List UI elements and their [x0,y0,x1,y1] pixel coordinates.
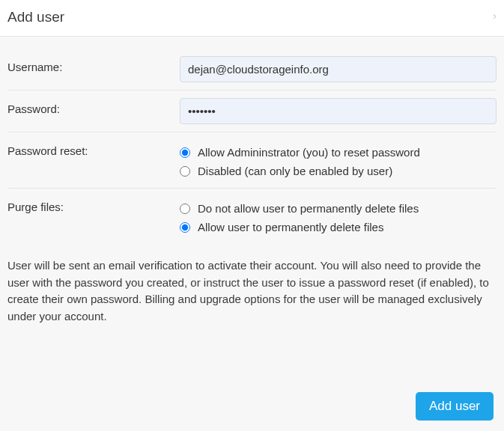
radio-input[interactable] [180,222,190,233]
radio-label: Do not allow user to permanently delete … [198,202,419,215]
chevron-right-icon[interactable]: › [493,10,497,21]
radio-input[interactable] [180,204,190,214]
radio-label: Allow Admininstrator (you) to reset pass… [198,146,420,159]
radio-label: Disabled (can only be enabled by user) [198,165,392,177]
username-row: Username: [7,49,497,91]
password-row: Password: [7,91,497,132]
password-reset-row: Password reset: Allow Admininstrator (yo… [7,132,497,189]
radio-label: Allow user to permanently delete files [198,221,383,233]
dialog-header: Add user › [0,0,504,37]
dialog-body: Username: Password: Password reset: Allo… [0,37,504,340]
username-input[interactable] [180,56,497,82]
password-label: Password: [7,98,180,115]
add-user-dialog: Add user › Username: Password: Password … [0,0,504,431]
radio-input[interactable] [180,147,190,158]
radio-input[interactable] [180,166,190,177]
purge-files-row: Purge files: Do not allow user to perman… [7,189,497,244]
password-reset-option-disabled[interactable]: Disabled (can only be enabled by user) [180,162,497,180]
password-input[interactable] [180,98,497,124]
dialog-title: Add user [7,9,64,25]
purge-files-label: Purge files: [7,196,180,213]
info-text: User will be sent an email verification … [7,244,497,332]
purge-files-option-disallow[interactable]: Do not allow user to permanently delete … [180,199,497,218]
dialog-footer: Add user [416,392,494,421]
add-user-button[interactable]: Add user [416,392,494,421]
password-reset-option-allow[interactable]: Allow Admininstrator (you) to reset pass… [180,143,497,162]
purge-files-option-allow[interactable]: Allow user to permanently delete files [180,218,497,236]
password-reset-label: Password reset: [7,140,180,157]
username-label: Username: [7,56,180,73]
